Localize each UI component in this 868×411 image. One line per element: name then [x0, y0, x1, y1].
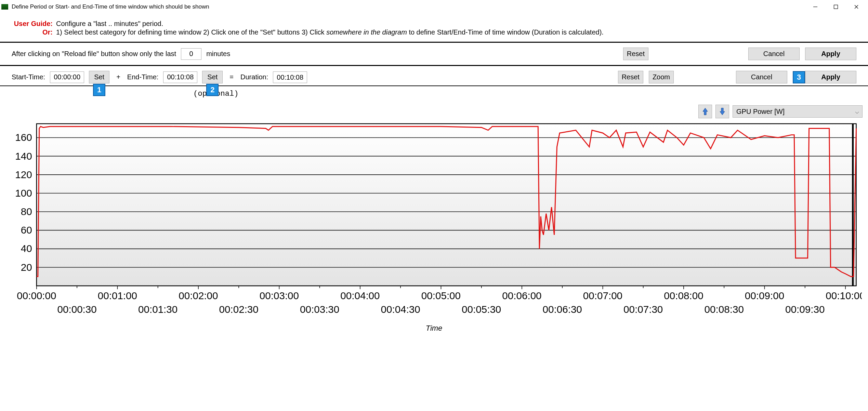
period-suffix: minutes — [206, 50, 230, 58]
guide-label-or: Or: — [12, 28, 56, 36]
chart-area[interactable]: 2040608010012014016000:00:0000:01:0000:0… — [0, 120, 868, 336]
time-window-row: Start-Time: Set 1 + End-Time: Set 2 = Du… — [0, 66, 868, 85]
svg-text:20: 20 — [21, 262, 32, 273]
set-start-button[interactable]: Set — [89, 71, 109, 83]
guide-text-1: Configure a "last .. minutes" period. — [56, 20, 163, 28]
apply-period-button[interactable]: Apply — [805, 48, 856, 60]
svg-text:00:05:30: 00:05:30 — [462, 304, 501, 315]
reset-time-button[interactable]: Reset — [618, 71, 643, 83]
close-button[interactable] — [846, 1, 867, 13]
chart-toolbar: GPU Power [W] — [0, 103, 868, 120]
chart[interactable]: 2040608010012014016000:00:0000:01:0000:0… — [6, 120, 862, 323]
window-title: Define Period or Start- and End-Time of … — [12, 3, 805, 10]
metric-dropdown[interactable]: GPU Power [W] — [733, 105, 863, 118]
svg-text:00:09:00: 00:09:00 — [745, 290, 784, 301]
duration-value: 00:10:08 — [273, 71, 307, 83]
step-badge-3: 3 — [793, 71, 805, 83]
svg-text:00:00:00: 00:00:00 — [17, 290, 56, 301]
duration-label: Duration: — [240, 73, 268, 81]
svg-text:60: 60 — [21, 224, 32, 236]
period-prefix: After clicking on "Reload file" button s… — [12, 50, 176, 58]
step-badge-1: 1 — [93, 84, 105, 96]
svg-text:00:00:30: 00:00:30 — [57, 304, 97, 315]
move-down-button[interactable] — [715, 105, 729, 118]
svg-text:00:04:00: 00:04:00 — [340, 290, 380, 301]
svg-text:140: 140 — [15, 150, 32, 162]
svg-text:00:03:30: 00:03:30 — [300, 304, 339, 315]
step-badge-2: 2 — [206, 84, 219, 96]
plus-separator: + — [114, 73, 122, 81]
chevron-down-icon — [855, 108, 859, 116]
guide-text-2c: to define Start/End-Time of time window … — [407, 28, 604, 36]
start-time-label: Start-Time: — [12, 73, 45, 81]
window-controls — [805, 1, 867, 13]
svg-text:00:03:00: 00:03:00 — [260, 290, 299, 301]
arrow-down-icon — [719, 107, 725, 116]
svg-text:100: 100 — [15, 187, 32, 199]
period-row: After clicking on "Reload file" button s… — [0, 43, 868, 65]
svg-text:00:07:30: 00:07:30 — [623, 304, 663, 315]
cancel-time-button[interactable]: Cancel — [736, 71, 787, 83]
maximize-button[interactable] — [826, 1, 846, 13]
svg-text:00:05:00: 00:05:00 — [421, 290, 461, 301]
guide-text-2a: 1) Select best category for defining tim… — [56, 28, 326, 36]
svg-text:00:01:00: 00:01:00 — [98, 290, 137, 301]
svg-text:80: 80 — [21, 206, 32, 217]
end-time-input[interactable] — [163, 71, 197, 83]
optional-row: (optional) — [0, 86, 868, 103]
svg-text:00:10:00: 00:10:00 — [826, 290, 862, 301]
move-up-button[interactable] — [698, 105, 712, 118]
guide-text-2: 1) Select best category for defining tim… — [56, 28, 604, 36]
minimize-button[interactable] — [805, 1, 826, 13]
start-time-input[interactable] — [50, 71, 84, 83]
svg-text:00:01:30: 00:01:30 — [138, 304, 177, 315]
apply-time-button[interactable]: Apply — [805, 71, 856, 83]
svg-text:00:04:30: 00:04:30 — [381, 304, 420, 315]
zoom-button[interactable]: Zoom — [649, 71, 674, 83]
svg-text:00:09:30: 00:09:30 — [785, 304, 825, 315]
metric-dropdown-value: GPU Power [W] — [736, 108, 785, 116]
reset-period-button[interactable]: Reset — [623, 48, 648, 60]
app-icon — [1, 4, 8, 10]
user-guide: User Guide: Configure a "last .. minutes… — [0, 14, 868, 42]
set-end-button[interactable]: Set — [202, 71, 223, 83]
svg-text:00:07:00: 00:07:00 — [583, 290, 622, 301]
titlebar: Define Period or Start- and End-Time of … — [0, 0, 868, 14]
arrow-up-icon — [702, 107, 708, 116]
end-time-label: End-Time: — [127, 73, 159, 81]
svg-text:00:06:00: 00:06:00 — [502, 290, 541, 301]
svg-text:00:08:00: 00:08:00 — [664, 290, 703, 301]
svg-rect-1 — [834, 5, 838, 9]
svg-text:120: 120 — [15, 169, 32, 180]
guide-label-1: User Guide: — [12, 20, 56, 28]
svg-text:40: 40 — [21, 243, 32, 254]
svg-text:160: 160 — [15, 132, 32, 143]
chart-xlabel: Time — [6, 324, 862, 333]
svg-rect-4 — [37, 124, 856, 286]
guide-text-2b: somewhere in the diagram — [326, 28, 407, 36]
equals-separator: = — [227, 73, 236, 81]
svg-text:00:08:30: 00:08:30 — [705, 304, 744, 315]
svg-text:00:02:30: 00:02:30 — [219, 304, 259, 315]
cancel-period-button[interactable]: Cancel — [748, 48, 800, 60]
svg-text:00:02:00: 00:02:00 — [179, 290, 218, 301]
svg-text:00:06:30: 00:06:30 — [543, 304, 582, 315]
minutes-input[interactable] — [181, 48, 201, 60]
